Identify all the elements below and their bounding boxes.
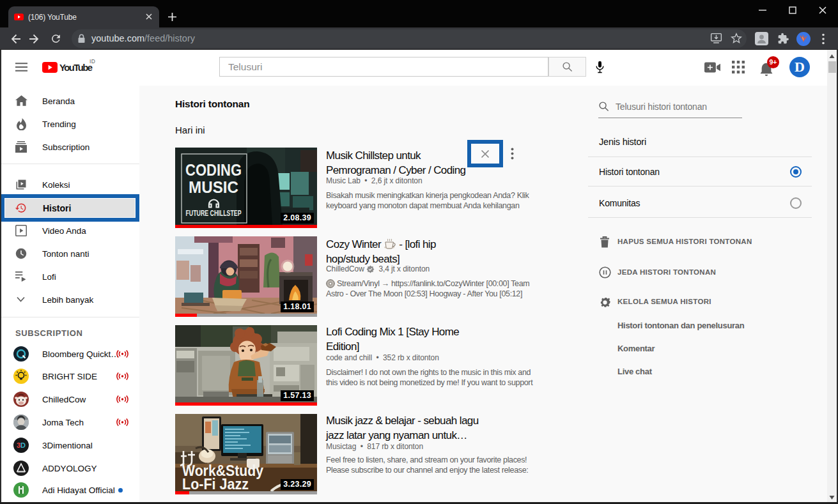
svg-text:MUSIC: MUSIC — [189, 178, 238, 196]
svg-text:CODING: CODING — [185, 161, 242, 179]
svg-text:FUTURE CHILLSTEP: FUTURE CHILLSTEP — [186, 208, 242, 218]
svg-text:Lo-Fi Jazz: Lo-Fi Jazz — [182, 476, 249, 493]
